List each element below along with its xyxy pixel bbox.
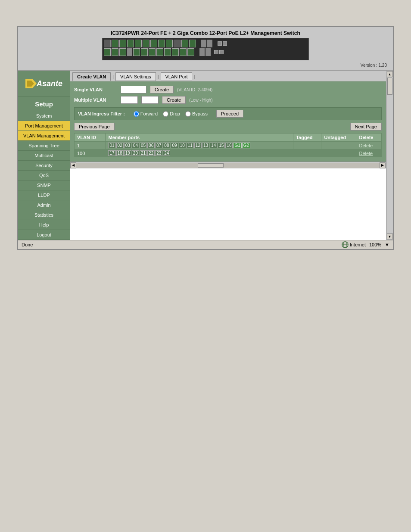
logo-area: Asante: [18, 71, 70, 96]
sidebar-item-vlan-management[interactable]: VLAN Management: [18, 131, 70, 141]
scroll-up-button[interactable]: ▲: [387, 71, 393, 77]
port-tag: G2: [242, 143, 250, 148]
tab-vlan-port[interactable]: VLAN Port: [161, 72, 193, 81]
port-tag: 06: [147, 143, 155, 148]
untagged-cell: [321, 149, 356, 157]
scroll-thumb-v[interactable]: [387, 78, 392, 95]
port-icon: [156, 48, 163, 56]
sidebar-item-lldp[interactable]: LLDP: [18, 190, 70, 200]
small-port-icon: [219, 50, 224, 54]
multiple-vlan-high-input[interactable]: [141, 96, 159, 104]
sidebar-item-help[interactable]: Help: [18, 220, 70, 230]
port-tag: 12: [194, 143, 202, 148]
port-tag: 03: [124, 143, 131, 148]
forward-radio[interactable]: [134, 111, 139, 117]
bypass-label: Bypass: [192, 111, 208, 116]
scroll-right-button[interactable]: ▶: [380, 162, 386, 168]
delete-button-row2[interactable]: Delete: [359, 151, 373, 156]
zoom-dropdown[interactable]: ▼: [385, 242, 389, 247]
port-icon: [119, 48, 126, 56]
port-icon: [150, 40, 157, 47]
forward-radio-option[interactable]: Forward: [134, 111, 158, 117]
status-bar: Done Internet 100% ▼: [18, 240, 393, 249]
sidebar-item-admin[interactable]: Admin: [18, 200, 70, 210]
port-icon: [149, 48, 156, 56]
port-tag: 14: [210, 143, 217, 148]
port-icon: [127, 40, 134, 47]
untagged-cell: [321, 142, 356, 149]
internet-badge: Internet: [342, 241, 366, 248]
internet-icon: [342, 241, 349, 248]
port-icon: [180, 48, 187, 56]
col-header-tagged: Tagged: [293, 134, 321, 142]
port-icon: [135, 40, 142, 47]
proceed-button[interactable]: Proceed: [216, 110, 243, 118]
vlan-id-cell: 1: [75, 142, 106, 149]
tab-bar: Create VLAN | VLAN Settings | VLAN Port …: [70, 71, 386, 81]
bypass-radio-option[interactable]: Bypass: [185, 111, 208, 117]
port-tag: 22: [147, 150, 155, 156]
port-icon: [119, 40, 126, 47]
internet-label: Internet: [350, 242, 366, 247]
col-header-untagged: Untagged: [321, 134, 356, 142]
scroll-down-button[interactable]: ▼: [387, 233, 393, 240]
multiple-vlan-create-button[interactable]: Create: [162, 96, 186, 104]
status-right: Internet 100% ▼: [342, 241, 389, 248]
device-header: IC3724PWR 24-Port FE + 2 Giga Combo 12-P…: [18, 27, 393, 71]
scroll-thumb[interactable]: [198, 163, 224, 168]
port-tag: 18: [116, 150, 124, 156]
sidebar-item-qos[interactable]: QoS: [18, 171, 70, 180]
sidebar-item-logout[interactable]: Logout: [18, 230, 70, 240]
drop-label: Drop: [170, 111, 180, 116]
tab-vlan-settings[interactable]: VLAN Settings: [115, 72, 156, 81]
port-icon: [174, 40, 181, 47]
port-icon: [141, 48, 148, 56]
pagination-row: Previous Page Next Page: [74, 123, 382, 131]
port-icon: [181, 40, 188, 47]
port-icon: [187, 48, 194, 56]
sidebar-item-multicast[interactable]: Multicast: [18, 151, 70, 161]
table-row: 1 01 02 03 04 05: [75, 142, 382, 149]
logo-brand: Asante: [37, 79, 62, 88]
previous-page-button[interactable]: Previous Page: [74, 123, 115, 131]
device-image: [102, 38, 309, 60]
port-tag: 01: [108, 143, 115, 148]
tab-separator: |: [157, 74, 160, 79]
member-ports-cell: 01 02 03 04 05 06 07 08: [106, 142, 293, 149]
small-port-icon: [214, 50, 218, 54]
delete-button-row1[interactable]: Delete: [359, 143, 373, 148]
tab-create-vlan[interactable]: Create VLAN: [72, 72, 111, 81]
next-page-button[interactable]: Next Page: [350, 123, 382, 131]
port-tag: 21: [140, 150, 147, 156]
sidebar-item-snmp[interactable]: SNMP: [18, 180, 70, 190]
sidebar-item-spanning-tree[interactable]: Spanning Tree: [18, 141, 70, 151]
sidebar-item-security[interactable]: Security: [18, 161, 70, 171]
port-icon: [112, 40, 118, 47]
port-icon: [112, 48, 118, 56]
tab-separator: |: [112, 74, 115, 79]
sidebar-item-port-management[interactable]: Port Management: [18, 121, 70, 131]
port-icon: [164, 48, 171, 56]
tagged-cell: [293, 142, 321, 149]
single-vlan-create-button[interactable]: Create: [150, 86, 174, 93]
port-icon: [166, 40, 173, 47]
single-vlan-input[interactable]: [121, 86, 146, 93]
sidebar-item-system[interactable]: System: [18, 111, 70, 121]
drop-radio-option[interactable]: Drop: [163, 111, 180, 117]
multiple-vlan-row: Multiple VLAN Create (Low - High): [74, 96, 382, 104]
multiple-vlan-low-input[interactable]: [121, 96, 138, 104]
drop-radio[interactable]: [163, 111, 168, 117]
vertical-scrollbar[interactable]: ▲ ▼: [386, 71, 393, 240]
col-header-delete: Delete: [356, 134, 382, 142]
tagged-cell: [293, 149, 321, 157]
horizontal-scrollbar[interactable]: ◀ ▶: [70, 162, 386, 168]
tab-separator: |: [193, 74, 196, 79]
zoom-level: 100%: [369, 242, 381, 247]
multiple-vlan-hint: (Low - High): [189, 98, 212, 103]
scroll-left-button[interactable]: ◀: [70, 162, 76, 168]
port-tag: 02: [116, 143, 124, 148]
port-tag: 04: [132, 143, 139, 148]
bypass-radio[interactable]: [185, 111, 191, 117]
port-tag: 13: [202, 143, 209, 148]
sidebar-item-statistics[interactable]: Statistics: [18, 210, 70, 220]
